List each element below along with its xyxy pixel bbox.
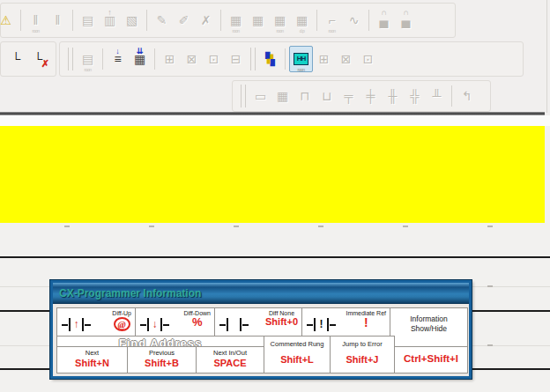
diff-up-label: Diff-Up [112,310,131,316]
rung-split-icon: ╤ [338,84,360,108]
information-key: Ctrl+Shift+I [395,347,467,371]
delete-vertical-line-icon[interactable]: └✗ [27,47,49,71]
toolbar-separator [285,48,286,70]
validate-symbol-icon: ⊡ [203,47,225,71]
cell-find-previous: Previous Shift+B [127,346,197,374]
warning-partial-icon[interactable]: ⚠ [0,8,17,33]
release-password-icon: ▄∩ [395,8,417,33]
grid-tick [64,226,70,227]
rung-line [0,256,550,258]
find-next-key: Shift+N [57,358,127,368]
watch-window-icon[interactable]: ▚▞ [259,47,281,71]
toolbar-ladder-lines-group: └└✗ [0,41,56,77]
rung-merge-icon: ╬ [404,84,426,108]
rung-insert-icon: ╫ [382,84,404,108]
find-previous-key: Shift+B [128,358,196,368]
commented-rung-key: Shift+L [264,354,330,365]
send-online-changes-icon: ✐ [173,8,195,33]
information-show-hide-label: Information Show/Hide [390,314,467,335]
insert-symbol-icon: ⊟ [225,47,247,71]
find-next-in-out-key: SPACE [197,358,264,368]
diff-none-label: Diff None [269,310,294,316]
selected-rung-highlight[interactable] [0,126,545,223]
dialog-title: CX-Programmer Information [59,287,201,300]
toolbar-row-3: ▭▦⊓⊔╤╪╫╬╨↰ [232,79,550,113]
download-options-icon[interactable]: ≡↓ [107,47,129,71]
import-io-table-icon[interactable]: ▦⇊ [129,47,151,71]
online-edit-icon: ✎ [151,8,173,33]
toolbar-online-group: ⚠‖roon‖▤▥↑▧✎✐✗▦roon▦▦roon▦d.p⌐roon∿▄∩▄∩ [0,3,456,38]
cell-immediate-ref: ! Immediate Ref ! [301,307,390,337]
set-password-icon: ▄∩ [373,8,395,33]
edit-rung-properties-icon: ⊞ [313,47,335,71]
diff-none-key: Shift+0 [265,316,298,327]
commented-rung-label: Commented Rung [264,340,330,348]
delete-symbol-icon: ⊠ [181,47,203,71]
toolbar-separator [146,10,147,31]
data-trace-icon: ▦d.p [291,8,313,33]
cell-diff-none: Diff None Shift+0 [214,307,302,337]
grid-tick [318,226,323,227]
jump-to-error-key: Shift+J [331,354,394,365]
rung-join-icon: ╪ [360,84,382,108]
grid-tick [234,226,239,227]
toolbar-separator [154,48,155,70]
cell-diff-down: ↓ Diff-Down % [135,307,215,337]
immediate-ref-key: ! [364,316,368,329]
toolbar-separator [102,48,103,70]
time-chart-monitor-icon: ∿ [343,8,365,33]
monitor-all-icon: ▦ [247,8,269,33]
pause-monitoring-icon: ‖roon [25,8,47,33]
compare-with-plc-icon: ▧ [121,8,143,33]
pause-with-trigger-icon: ▦roon [269,8,291,33]
find-next-in-out-label: Next In/Out [197,349,264,357]
cell-commented-rung: Commented Rung Shift+L [264,336,331,374]
toolbar-separator [368,10,369,31]
cx-programmer-information-dialog: CX-Programmer Information ↑ Diff-Up @ ↓ … [50,280,472,379]
diff-up-key: @ [114,317,130,331]
toolbar-separator [220,10,221,31]
draw-vertical-line-icon[interactable]: └ [5,47,27,71]
grid-tick [487,226,493,227]
toolbar-separator [316,10,317,31]
connector-down-icon: ⊔ [316,84,338,108]
transfer-from-plc-icon: ▥↑ [99,8,121,33]
cell-information-show-hide: Information Show/Hide [390,307,468,347]
cell-find-next: Next Shift+N [56,346,128,374]
toolbar-symbols-group: ▤roon≡↓▦⇊⊞⊠⊡⊟▚▞HHroon⊞⊠⊡ [59,41,524,77]
find-next-label: Next [57,349,127,357]
find-previous-label: Previous [128,349,196,357]
cell-information-key: Ctrl+Shift+I [394,346,468,374]
toolbar-row-1: ⚠‖roon‖▤▥↑▧✎✐✗▦roon▦▦roon▦d.p⌐roon∿▄∩▄∩ [0,2,550,39]
edit-symbol-icon: ⊞ [159,47,181,71]
toolbar-separator [72,10,73,31]
contact-immediate-ref-symbol: ! [307,318,336,331]
toolbar-rung-group: ▭▦⊓⊔╤╪╫╬╨↰ [232,80,491,112]
connector-up-icon: ⊓ [294,84,316,108]
cell-diff-up: ↑ Diff-Up @ [56,307,136,337]
dialog-titlebar[interactable]: CX-Programmer Information [53,283,469,304]
io-comment-icon: ▦ [271,84,294,108]
grid-tick [403,226,408,227]
rung-spacer-icon: ╨ [426,84,448,108]
grid-tick [487,344,493,346]
grid-tick [149,226,154,227]
return-branch-icon: ↰ [456,84,478,108]
toolbar-grip[interactable] [250,48,256,70]
toolbar-grip[interactable] [241,85,246,107]
toolbar-separator [20,10,21,31]
toolbar-grip[interactable] [68,48,73,70]
contact-diff-up-symbol: ↑ [62,318,91,331]
monitor-window-icon[interactable]: HHroon [289,46,313,72]
function-block-icon: ▭ [249,84,271,108]
cell-find-next-in-out: Next In/Out SPACE [196,346,264,374]
contact-diff-down-symbol: ↓ [140,318,169,331]
editor-top-strip [0,115,550,126]
contact-diff-none-symbol [219,318,249,331]
pause-icon: ‖ [47,8,69,33]
diff-down-key: % [192,316,203,329]
transfer-to-plc-icon: ▤ [77,8,99,33]
works-online-icon: ▤roon [77,47,99,71]
grid-tick [487,285,493,287]
cancel-online-edit-icon: ✗ [195,8,217,33]
